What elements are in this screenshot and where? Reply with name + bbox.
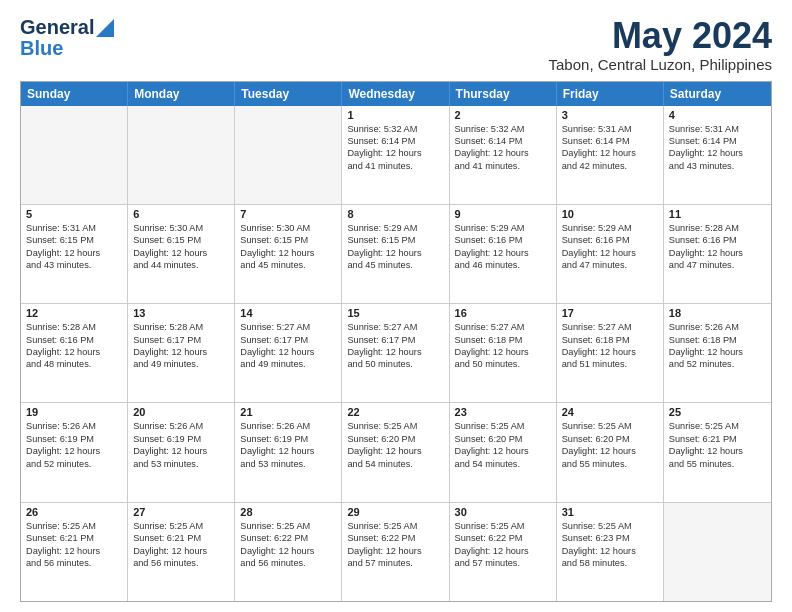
day-number: 26 (26, 506, 122, 518)
day-info: Sunrise: 5:26 AM Sunset: 6:18 PM Dayligh… (669, 321, 766, 371)
calendar-cell: 4Sunrise: 5:31 AM Sunset: 6:14 PM Daylig… (664, 106, 771, 204)
calendar-cell: 29Sunrise: 5:25 AM Sunset: 6:22 PM Dayli… (342, 503, 449, 601)
day-info: Sunrise: 5:25 AM Sunset: 6:20 PM Dayligh… (347, 420, 443, 470)
main-title: May 2024 (549, 16, 772, 56)
day-number: 9 (455, 208, 551, 220)
day-number: 30 (455, 506, 551, 518)
page: General Blue May 2024 Tabon, Central Luz… (0, 0, 792, 612)
header-day-wednesday: Wednesday (342, 82, 449, 106)
day-number: 5 (26, 208, 122, 220)
day-info: Sunrise: 5:29 AM Sunset: 6:16 PM Dayligh… (562, 222, 658, 272)
day-info: Sunrise: 5:27 AM Sunset: 6:18 PM Dayligh… (562, 321, 658, 371)
day-info: Sunrise: 5:31 AM Sunset: 6:14 PM Dayligh… (669, 123, 766, 173)
logo-blue: Blue (20, 37, 63, 60)
calendar-cell: 19Sunrise: 5:26 AM Sunset: 6:19 PM Dayli… (21, 403, 128, 501)
calendar-cell: 30Sunrise: 5:25 AM Sunset: 6:22 PM Dayli… (450, 503, 557, 601)
day-number: 25 (669, 406, 766, 418)
calendar-cell: 28Sunrise: 5:25 AM Sunset: 6:22 PM Dayli… (235, 503, 342, 601)
day-info: Sunrise: 5:28 AM Sunset: 6:16 PM Dayligh… (26, 321, 122, 371)
header-day-sunday: Sunday (21, 82, 128, 106)
calendar-cell: 25Sunrise: 5:25 AM Sunset: 6:21 PM Dayli… (664, 403, 771, 501)
day-number: 13 (133, 307, 229, 319)
day-number: 4 (669, 109, 766, 121)
day-info: Sunrise: 5:25 AM Sunset: 6:20 PM Dayligh… (455, 420, 551, 470)
day-number: 1 (347, 109, 443, 121)
calendar-week-2: 12Sunrise: 5:28 AM Sunset: 6:16 PM Dayli… (21, 304, 771, 403)
calendar-cell (128, 106, 235, 204)
day-info: Sunrise: 5:25 AM Sunset: 6:22 PM Dayligh… (347, 520, 443, 570)
day-number: 12 (26, 307, 122, 319)
day-info: Sunrise: 5:27 AM Sunset: 6:18 PM Dayligh… (455, 321, 551, 371)
day-number: 10 (562, 208, 658, 220)
day-number: 6 (133, 208, 229, 220)
logo: General Blue (20, 16, 114, 60)
day-info: Sunrise: 5:31 AM Sunset: 6:15 PM Dayligh… (26, 222, 122, 272)
calendar-body: 1Sunrise: 5:32 AM Sunset: 6:14 PM Daylig… (21, 106, 771, 601)
calendar-cell: 6Sunrise: 5:30 AM Sunset: 6:15 PM Daylig… (128, 205, 235, 303)
day-info: Sunrise: 5:32 AM Sunset: 6:14 PM Dayligh… (347, 123, 443, 173)
calendar-cell: 5Sunrise: 5:31 AM Sunset: 6:15 PM Daylig… (21, 205, 128, 303)
calendar-cell: 16Sunrise: 5:27 AM Sunset: 6:18 PM Dayli… (450, 304, 557, 402)
day-info: Sunrise: 5:28 AM Sunset: 6:16 PM Dayligh… (669, 222, 766, 272)
day-number: 31 (562, 506, 658, 518)
calendar-cell: 15Sunrise: 5:27 AM Sunset: 6:17 PM Dayli… (342, 304, 449, 402)
day-info: Sunrise: 5:25 AM Sunset: 6:21 PM Dayligh… (133, 520, 229, 570)
day-number: 27 (133, 506, 229, 518)
calendar-cell: 2Sunrise: 5:32 AM Sunset: 6:14 PM Daylig… (450, 106, 557, 204)
day-number: 20 (133, 406, 229, 418)
header-day-monday: Monday (128, 82, 235, 106)
calendar-header: SundayMondayTuesdayWednesdayThursdayFrid… (21, 82, 771, 106)
subtitle: Tabon, Central Luzon, Philippines (549, 56, 772, 73)
day-info: Sunrise: 5:25 AM Sunset: 6:21 PM Dayligh… (669, 420, 766, 470)
day-number: 23 (455, 406, 551, 418)
calendar-cell: 26Sunrise: 5:25 AM Sunset: 6:21 PM Dayli… (21, 503, 128, 601)
calendar-cell: 17Sunrise: 5:27 AM Sunset: 6:18 PM Dayli… (557, 304, 664, 402)
calendar-cell: 7Sunrise: 5:30 AM Sunset: 6:15 PM Daylig… (235, 205, 342, 303)
calendar-cell: 27Sunrise: 5:25 AM Sunset: 6:21 PM Dayli… (128, 503, 235, 601)
day-info: Sunrise: 5:31 AM Sunset: 6:14 PM Dayligh… (562, 123, 658, 173)
calendar-cell (664, 503, 771, 601)
day-number: 29 (347, 506, 443, 518)
calendar-cell: 1Sunrise: 5:32 AM Sunset: 6:14 PM Daylig… (342, 106, 449, 204)
day-number: 11 (669, 208, 766, 220)
calendar-cell: 14Sunrise: 5:27 AM Sunset: 6:17 PM Dayli… (235, 304, 342, 402)
day-number: 21 (240, 406, 336, 418)
calendar-cell: 11Sunrise: 5:28 AM Sunset: 6:16 PM Dayli… (664, 205, 771, 303)
calendar-cell: 20Sunrise: 5:26 AM Sunset: 6:19 PM Dayli… (128, 403, 235, 501)
day-number: 18 (669, 307, 766, 319)
calendar-cell: 8Sunrise: 5:29 AM Sunset: 6:15 PM Daylig… (342, 205, 449, 303)
title-section: May 2024 Tabon, Central Luzon, Philippin… (549, 16, 772, 73)
day-number: 3 (562, 109, 658, 121)
day-number: 8 (347, 208, 443, 220)
calendar: SundayMondayTuesdayWednesdayThursdayFrid… (20, 81, 772, 602)
day-info: Sunrise: 5:25 AM Sunset: 6:21 PM Dayligh… (26, 520, 122, 570)
calendar-week-0: 1Sunrise: 5:32 AM Sunset: 6:14 PM Daylig… (21, 106, 771, 205)
calendar-cell: 22Sunrise: 5:25 AM Sunset: 6:20 PM Dayli… (342, 403, 449, 501)
day-info: Sunrise: 5:25 AM Sunset: 6:22 PM Dayligh… (240, 520, 336, 570)
day-number: 17 (562, 307, 658, 319)
day-info: Sunrise: 5:26 AM Sunset: 6:19 PM Dayligh… (133, 420, 229, 470)
day-info: Sunrise: 5:27 AM Sunset: 6:17 PM Dayligh… (347, 321, 443, 371)
day-info: Sunrise: 5:29 AM Sunset: 6:15 PM Dayligh… (347, 222, 443, 272)
day-info: Sunrise: 5:28 AM Sunset: 6:17 PM Dayligh… (133, 321, 229, 371)
day-info: Sunrise: 5:26 AM Sunset: 6:19 PM Dayligh… (26, 420, 122, 470)
header-day-saturday: Saturday (664, 82, 771, 106)
calendar-cell: 31Sunrise: 5:25 AM Sunset: 6:23 PM Dayli… (557, 503, 664, 601)
day-number: 24 (562, 406, 658, 418)
day-number: 2 (455, 109, 551, 121)
day-number: 28 (240, 506, 336, 518)
calendar-cell (21, 106, 128, 204)
day-info: Sunrise: 5:25 AM Sunset: 6:22 PM Dayligh… (455, 520, 551, 570)
day-info: Sunrise: 5:29 AM Sunset: 6:16 PM Dayligh… (455, 222, 551, 272)
calendar-cell: 9Sunrise: 5:29 AM Sunset: 6:16 PM Daylig… (450, 205, 557, 303)
svg-marker-0 (96, 19, 114, 37)
logo-general: General (20, 16, 94, 39)
calendar-cell: 10Sunrise: 5:29 AM Sunset: 6:16 PM Dayli… (557, 205, 664, 303)
day-number: 16 (455, 307, 551, 319)
header-day-tuesday: Tuesday (235, 82, 342, 106)
day-info: Sunrise: 5:25 AM Sunset: 6:20 PM Dayligh… (562, 420, 658, 470)
day-info: Sunrise: 5:25 AM Sunset: 6:23 PM Dayligh… (562, 520, 658, 570)
header-day-friday: Friday (557, 82, 664, 106)
header-day-thursday: Thursday (450, 82, 557, 106)
logo-arrow-icon (96, 19, 114, 37)
